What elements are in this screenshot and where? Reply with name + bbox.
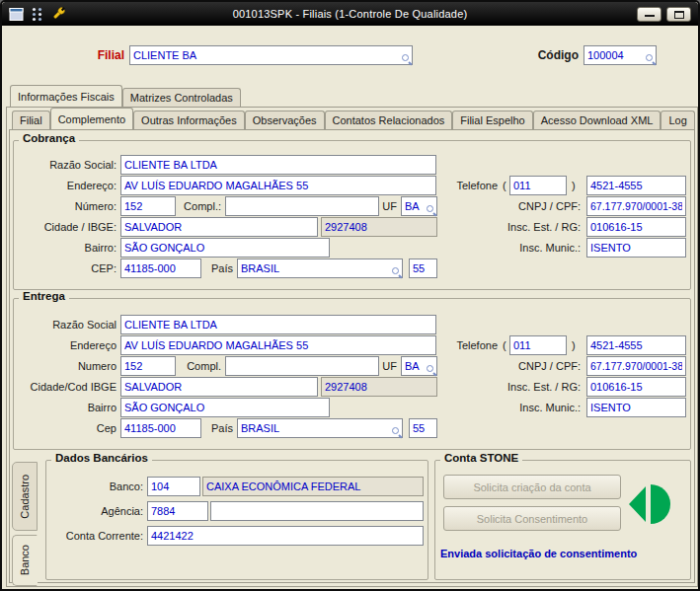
search-icon[interactable] [391,426,402,437]
entrega-cidade-input[interactable] [120,377,318,397]
tab-outras-informacoes[interactable]: Outras Informações [133,111,245,129]
entrega-cep-label: Cep [14,418,117,439]
dados-bancarios-group: Dados Bancários Banco: Agência: Conta Co… [45,460,428,580]
window-title: 001013SPK - Filiais (1-Controle De Quali… [2,8,698,20]
cobranca-numero-label: Número: [14,196,117,217]
cobranca-compl-label: Compl.: [172,196,221,217]
maximize-icon [674,11,684,19]
outer-tab-bar: Informações Fiscais Matrizes Controladas [10,85,241,107]
side-tab-cadastro[interactable]: Cadastro [12,462,38,531]
tab-label: Observações [253,114,317,126]
agencia-input[interactable] [147,501,208,521]
codigo-field [583,45,657,65]
entrega-insc-est-label: Insc. Est. / RG: [436,377,581,398]
entrega-insc-est-input[interactable] [586,377,686,397]
solicita-consentimento-button[interactable]: Solicita Consentimento [443,506,621,531]
entrega-razao-social-input[interactable] [120,315,436,334]
entrega-group: Entrega Razão Social Endereço Telefone (… [13,298,691,450]
cobranca-telefone-numero-input[interactable] [586,176,686,195]
tab-filial-espelho[interactable]: Filial Espelho [452,111,532,129]
paren-open: ( [503,176,506,196]
banco-nome-readonly [202,477,424,496]
tab-acesso-download-xml[interactable]: Acesso Download XML [533,111,661,129]
cobranca-insc-est-label: Insc. Est. / RG: [436,217,581,238]
tab-label: Log [668,114,686,126]
minimize-icon [645,15,655,17]
side-tab-label: Banco [19,545,31,575]
cobranca-title: Cobrança [19,132,79,144]
cobranca-insc-mun-label: Insc. Munic.: [436,238,581,259]
cobranca-numero-input[interactable] [120,196,176,216]
tab-filial[interactable]: Filial [12,111,50,129]
cobranca-insc-est-input[interactable] [586,217,686,237]
maximize-button[interactable] [666,7,691,22]
tab-label: Complemento [58,113,125,125]
entrega-pais-input[interactable] [237,418,403,438]
dados-bancarios-title: Dados Bancários [51,452,152,464]
cobranca-compl-input[interactable] [225,196,379,216]
titlebar: 001013SPK - Filiais (1-Controle De Quali… [2,2,698,26]
tab-complemento[interactable]: Complemento [50,108,133,130]
search-icon[interactable] [645,53,656,64]
search-icon[interactable] [391,266,402,277]
conta-corrente-input[interactable] [147,526,424,546]
agencia-label: Agência: [46,501,143,522]
solicita-criacao-conta-button[interactable]: Solicita criação da conta [443,475,621,499]
cobranca-uf-field [401,196,437,216]
search-icon[interactable] [426,364,436,375]
cobranca-pais-field [237,259,403,278]
tab-observacoes[interactable]: Observações [245,111,325,129]
entrega-telefone-numero-input[interactable] [586,335,686,355]
entrega-cnpj-input[interactable] [586,356,686,376]
cobranca-endereco-label: Endereço: [14,176,117,196]
side-tab-banco[interactable]: Banco [12,535,38,586]
tab-log[interactable]: Log [661,111,694,129]
agencia-digito-input[interactable] [210,501,424,521]
minimize-button[interactable] [637,7,661,22]
cobranca-telefone-ddd-input[interactable] [509,176,567,195]
entrega-numero-input[interactable] [120,356,176,376]
tab-informacoes-fiscais[interactable]: Informações Fiscais [10,85,122,108]
paren-close: ) [572,176,576,196]
entrega-bairro-label: Bairro [14,398,117,418]
tab-contatos-relacionados[interactable]: Contatos Relacionados [325,111,453,129]
search-icon[interactable] [401,53,412,64]
entrega-endereco-label: Endereço [14,335,117,356]
tab-matrizes-controladas[interactable]: Matrizes Controladas [122,88,241,107]
cobranca-uf-label: UF [375,196,397,217]
cobranca-bairro-input[interactable] [120,238,330,258]
entrega-compl-label: Compl. [172,356,221,377]
entrega-compl-input[interactable] [225,356,379,376]
entrega-bairro-input[interactable] [120,398,330,417]
cobranca-endereco-input[interactable] [120,176,436,195]
search-icon[interactable] [426,204,436,215]
entrega-telefone-ddd-input[interactable] [509,335,567,355]
tab-label: Matrizes Controladas [130,92,233,104]
entrega-cnpj-label: CNPJ / CPF: [436,356,581,377]
paren-open: ( [503,335,506,356]
entrega-numero-label: Numero [14,356,117,377]
entrega-pais-field [237,418,403,438]
banco-codigo-input[interactable] [147,477,200,496]
cobranca-razao-social-input[interactable] [120,155,436,175]
cobranca-cidade-input[interactable] [120,217,318,237]
entrega-endereco-input[interactable] [120,335,436,355]
entrega-ibge-readonly [321,377,437,397]
tab-label: Filial [20,114,42,126]
filial-input[interactable] [129,45,413,65]
entrega-insc-mun-input[interactable] [586,398,686,417]
entrega-cep-input[interactable] [120,418,201,438]
codigo-label: Código [466,45,579,66]
cobranca-ibge-readonly [321,217,437,237]
cobranca-insc-mun-input[interactable] [586,238,686,258]
entrega-pais-codigo-input[interactable] [409,418,437,438]
cobranca-pais-codigo-input[interactable] [409,259,437,278]
stone-arrow-icon [627,480,674,528]
entrega-insc-mun-label: Insc. Munic.: [436,398,581,418]
cobranca-pais-input[interactable] [237,259,403,278]
cobranca-cnpj-input[interactable] [586,196,686,216]
cobranca-cep-input[interactable] [120,259,201,278]
apps-grid-icon [31,7,43,22]
tab-label: Outras Informações [141,114,237,126]
banco-label: Banco: [46,477,143,497]
